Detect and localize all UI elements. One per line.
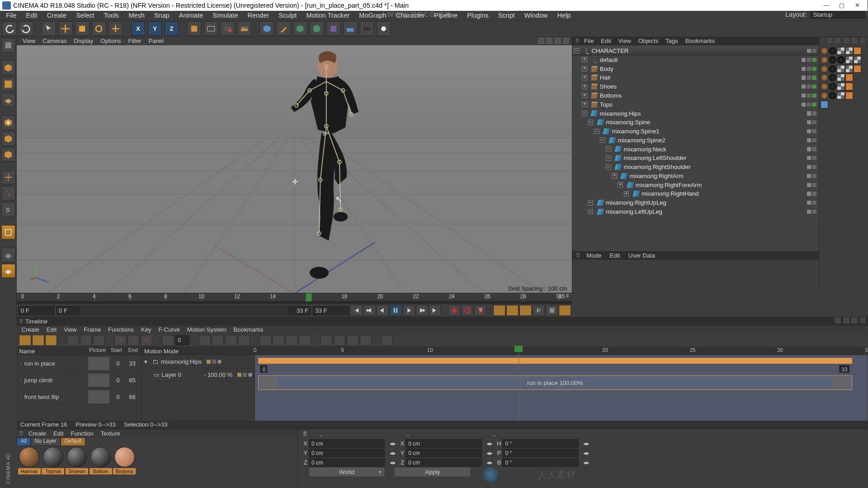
skin-tag-icon[interactable] bbox=[854, 47, 861, 55]
tree-row-joint[interactable]: −mixamorig:LeftUpLeg bbox=[572, 207, 819, 216]
menu-create[interactable]: Create bbox=[43, 12, 70, 19]
material-item[interactable]: Bottom bbox=[90, 447, 112, 484]
goto-start-button[interactable] bbox=[350, 305, 362, 316]
tl-snap4[interactable] bbox=[299, 335, 311, 346]
tree-root[interactable]: − ⎿ CHARACTER bbox=[572, 47, 819, 56]
menu-tools[interactable]: Tools bbox=[100, 12, 123, 19]
tl-filter-icon[interactable] bbox=[93, 335, 105, 346]
pos-Z-field[interactable]: 0 cm bbox=[309, 458, 385, 466]
view-start-field[interactable]: 0 F bbox=[56, 306, 80, 315]
rot-H-field[interactable]: 0 ° bbox=[502, 439, 579, 447]
view-end-field[interactable]: 33 F bbox=[288, 306, 311, 315]
tl-region3[interactable] bbox=[347, 335, 359, 346]
tags-row[interactable] bbox=[821, 65, 867, 73]
motion-clip[interactable]: 0 run in place 100.00% 33 bbox=[258, 375, 852, 390]
prev-key-button[interactable] bbox=[363, 305, 375, 316]
take-row[interactable]: ·front twist flip bbox=[17, 389, 87, 405]
take-thumb-row[interactable]: 066 bbox=[87, 389, 141, 405]
motion-graph[interactable]: 05101520253035 0 33 0 run in place 100.0… bbox=[255, 347, 868, 420]
pos-key-toggle[interactable] bbox=[493, 305, 505, 316]
axis-mode[interactable] bbox=[1, 170, 16, 185]
minimize-button[interactable]: — bbox=[819, 2, 834, 9]
obj-menu-view[interactable]: View bbox=[616, 38, 633, 44]
obj-menu-tags[interactable]: Tags bbox=[663, 38, 680, 44]
material-item[interactable]: Bodyma bbox=[113, 447, 136, 484]
obj-menu-edit[interactable]: Edit bbox=[599, 38, 613, 44]
open-timeline-button[interactable] bbox=[559, 305, 571, 316]
planar-workplane[interactable] bbox=[1, 264, 16, 278]
tl-tangent-spline[interactable] bbox=[225, 335, 237, 346]
tl-menu-functions[interactable]: Functions bbox=[106, 326, 137, 333]
scale-tool[interactable] bbox=[75, 21, 90, 36]
take-thumb-row[interactable]: 065 bbox=[87, 372, 141, 389]
playhead[interactable] bbox=[306, 293, 311, 301]
attr-fwd-icon[interactable] bbox=[834, 37, 841, 44]
goto-end-button[interactable] bbox=[429, 305, 441, 316]
tree-row-joint[interactable]: +mixamorig:RightHand bbox=[572, 189, 819, 198]
character-mesh[interactable] bbox=[267, 49, 386, 281]
tl-menu-fcurve[interactable]: F-Curve bbox=[156, 326, 182, 333]
tl-region4[interactable] bbox=[360, 335, 372, 346]
phong-tag-icon[interactable] bbox=[829, 47, 836, 55]
pos-Y-field[interactable]: 0 cm bbox=[309, 449, 385, 457]
tl-motion-mode[interactable] bbox=[45, 335, 57, 346]
add-nurbs-button[interactable] bbox=[293, 21, 307, 36]
tree-row-joint[interactable]: +mixamorig:RightArm bbox=[572, 171, 819, 180]
tl-extra-icon[interactable] bbox=[381, 335, 393, 346]
tags-row[interactable] bbox=[821, 74, 867, 82]
material-item[interactable]: Topmat bbox=[42, 447, 64, 484]
tl-ripple-value[interactable]: 0 bbox=[175, 335, 189, 345]
frame-start-field[interactable]: 0 F bbox=[18, 306, 55, 315]
tree-row-joint[interactable]: −mixamorig:LeftShoulder bbox=[572, 154, 819, 163]
material-item[interactable]: Hairmat bbox=[18, 447, 41, 484]
snap-mode[interactable]: S bbox=[1, 202, 16, 217]
size-Z-field[interactable]: 0 cm bbox=[406, 458, 482, 466]
record-button[interactable] bbox=[448, 305, 460, 316]
tl-link-icon[interactable] bbox=[67, 335, 79, 346]
vp-zoom-icon[interactable] bbox=[546, 37, 553, 44]
viewport-canvas[interactable]: Perspective bbox=[17, 45, 572, 293]
rotate-tool[interactable] bbox=[92, 21, 106, 36]
next-frame-button[interactable] bbox=[403, 305, 415, 316]
tweak-mode[interactable] bbox=[1, 186, 16, 201]
render-settings-button[interactable] bbox=[220, 21, 235, 36]
layout-dropdown[interactable]: Startup bbox=[810, 11, 865, 19]
tl-home-icon[interactable] bbox=[843, 317, 850, 324]
next-key-button[interactable] bbox=[416, 305, 428, 316]
tree-row-joint[interactable]: −mixamorig:Spine2 bbox=[572, 136, 819, 145]
rot-key-toggle[interactable] bbox=[519, 305, 531, 316]
weight-tag-icon[interactable] bbox=[845, 47, 853, 55]
obj-menu-file[interactable]: File bbox=[582, 38, 596, 44]
take-row[interactable]: ·run in place bbox=[17, 355, 87, 372]
mat-filter-all[interactable]: All bbox=[17, 437, 31, 446]
move-tool[interactable] bbox=[58, 21, 73, 36]
tl-dopesheet-mode[interactable] bbox=[19, 335, 31, 346]
tl-menu-key[interactable]: Key bbox=[139, 326, 154, 333]
attr-back-icon[interactable] bbox=[826, 37, 833, 44]
vp-orbit-icon[interactable] bbox=[554, 37, 561, 44]
menu-sculpt[interactable]: Sculpt bbox=[275, 12, 300, 19]
attr-mode[interactable]: Mode bbox=[584, 252, 604, 259]
tl-auto-icon[interactable] bbox=[80, 335, 92, 346]
coord-mode-dropdown[interactable]: World bbox=[309, 467, 385, 477]
menu-simulate[interactable]: Simulate bbox=[209, 12, 241, 19]
undo-button[interactable] bbox=[2, 21, 17, 36]
last-tool[interactable] bbox=[108, 21, 123, 36]
motion-range-bar[interactable] bbox=[258, 358, 852, 364]
motion-row-layer0[interactable]: ▭ Layer 0 ◦ 100.00 % bbox=[142, 368, 255, 381]
objects-tree[interactable]: − ⎿ CHARACTER +⎿default+Body+Hair+Shoes+… bbox=[572, 45, 819, 251]
vp-menu-cameras[interactable]: Cameras bbox=[40, 38, 69, 44]
uvw-tag-icon[interactable] bbox=[837, 47, 844, 55]
motion-hierarchy[interactable]: Motion Mode ▾🗀 mixamorig:Hips ▭ Layer 0 … bbox=[142, 347, 255, 420]
tl-tangent-step[interactable] bbox=[212, 335, 224, 346]
attr-userdata[interactable]: User Data bbox=[626, 252, 658, 259]
vp-menu-view[interactable]: View bbox=[20, 38, 38, 44]
tl-snap2[interactable] bbox=[273, 335, 284, 346]
size-X-field[interactable]: 0 cm bbox=[406, 439, 482, 447]
tags-row[interactable] bbox=[821, 56, 867, 64]
attr-edit[interactable]: Edit bbox=[607, 252, 622, 259]
vp-menu-filter[interactable]: Filter bbox=[126, 38, 144, 44]
attr-new-icon[interactable] bbox=[859, 37, 867, 44]
pla-key-toggle[interactable] bbox=[546, 305, 557, 316]
viewport-solo-button[interactable] bbox=[1, 225, 16, 239]
